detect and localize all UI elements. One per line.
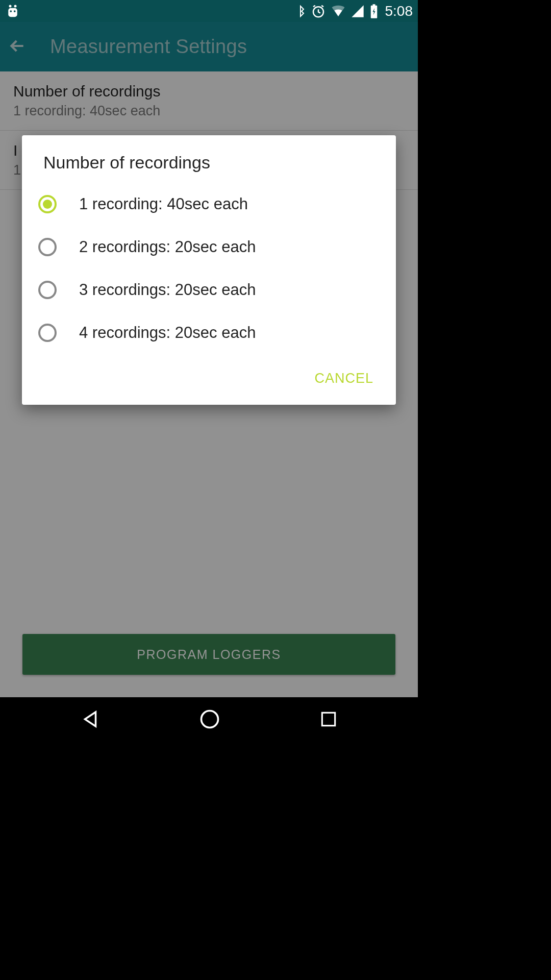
svg-point-4 [14,10,16,12]
radio-option-4[interactable]: 4 recordings: 20sec each [22,311,396,354]
alarm-icon [311,4,326,19]
radio-label: 3 recordings: 20sec each [79,281,256,299]
signal-icon [350,4,365,18]
status-bar: 5:08 [0,0,418,22]
bluetooth-icon [294,4,307,19]
svg-point-8 [202,711,218,728]
radio-icon [38,324,57,342]
radio-label: 4 recordings: 20sec each [79,324,256,342]
wifi-icon [330,4,346,19]
svg-point-0 [9,5,12,7]
radio-label: 2 recordings: 20sec each [79,238,256,256]
navigation-bar [0,697,418,743]
radio-option-1[interactable]: 1 recording: 40sec each [22,183,396,226]
nav-home-icon[interactable] [198,708,221,732]
nav-recent-icon[interactable] [319,709,338,731]
recordings-dialog: Number of recordings 1 recording: 40sec … [22,135,396,405]
radio-label: 1 recording: 40sec each [79,195,248,213]
debug-icon [5,4,20,19]
svg-point-3 [10,10,12,12]
radio-option-3[interactable]: 3 recordings: 20sec each [22,268,396,311]
radio-icon [38,281,57,299]
radio-icon [38,238,57,256]
cancel-button[interactable]: CANCEL [308,366,380,390]
svg-point-1 [14,5,17,7]
svg-rect-9 [322,713,335,725]
dialog-title: Number of recordings [22,153,396,183]
status-time: 5:08 [385,3,413,19]
radio-icon [38,195,57,213]
radio-option-2[interactable]: 2 recordings: 20sec each [22,226,396,268]
nav-back-icon[interactable] [80,708,101,732]
svg-rect-7 [372,4,375,6]
svg-rect-2 [8,8,17,17]
battery-charging-icon [369,4,379,19]
